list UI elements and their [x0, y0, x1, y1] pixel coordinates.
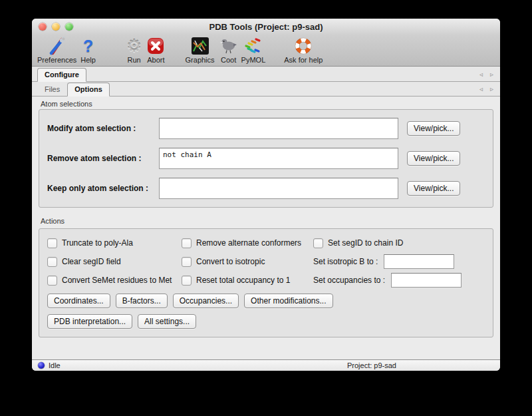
tab-configure[interactable]: Configure — [37, 68, 86, 82]
pymol-label: PyMOL — [241, 56, 266, 64]
modify-selection-row: Modify atom selection : View/pick... — [47, 118, 485, 139]
abort-button[interactable]: Abort — [147, 37, 164, 64]
tab-files[interactable]: Files — [37, 83, 67, 97]
modify-viewpick-button[interactable]: View/pick... — [407, 121, 460, 136]
minimize-button[interactable] — [52, 23, 60, 31]
coot-bird-icon — [219, 37, 239, 55]
keep-selection-label: Keep only atom selection : — [47, 184, 159, 193]
inner-tab-bar: Files Options ◃ ▹ — [32, 82, 500, 97]
tab-scroll-right-icon[interactable]: ▹ — [490, 85, 493, 93]
occupancies-button[interactable]: Occupancies... — [173, 294, 239, 308]
ask-for-help-label: Ask for help — [284, 56, 323, 64]
abort-label: Abort — [147, 56, 164, 64]
status-bar: Idle Project: p9-sad — [32, 359, 500, 371]
coordinates-button[interactable]: Coordinates... — [47, 294, 110, 308]
convert-semet-label: Convert SeMet residues to Met — [62, 276, 172, 285]
run-button[interactable]: ⚙ Run — [126, 37, 142, 64]
atom-selections-group-label: Atom selections — [41, 100, 493, 108]
clear-segid-label: Clear segID field — [62, 257, 121, 266]
tab-options[interactable]: Options — [67, 83, 110, 97]
coot-button[interactable]: Coot — [219, 37, 239, 64]
gear-icon: ⚙ — [126, 37, 142, 55]
remove-alt-conformers-checkbox[interactable] — [182, 238, 192, 248]
coot-label: Coot — [221, 56, 236, 64]
actions-row-1: Truncate to poly-Ala Remove alternate co… — [47, 236, 485, 250]
preferences-label: Preferences — [37, 56, 76, 64]
actions-row-3: Convert SeMet residues to Met Reset tota… — [47, 273, 485, 288]
remove-viewpick-button[interactable]: View/pick... — [407, 151, 460, 166]
window-title: PDB Tools (Project: p9-sad) — [209, 22, 323, 32]
tab-scroll-left-icon[interactable]: ◃ — [479, 71, 483, 78]
actions-row-2: Clear segID field Convert to isotropic S… — [47, 254, 485, 269]
project-text: Project: p9-sad — [347, 361, 396, 369]
other-modifications-button[interactable]: Other modifications... — [244, 294, 332, 308]
pymol-ribbon-icon — [243, 37, 264, 55]
graphics-label: Graphics — [186, 56, 215, 64]
abort-x-icon — [147, 37, 164, 55]
pdb-interpretation-button[interactable]: PDB interpretation... — [47, 314, 132, 329]
outer-tab-bar: Configure ◃ ▹ — [32, 67, 500, 82]
set-occupancies-label: Set occupancies to : — [313, 276, 385, 285]
bfactors-button[interactable]: B-factors... — [116, 294, 168, 308]
inner-tab-scroll: ◃ ▹ — [479, 82, 493, 96]
title-bar: PDB Tools (Project: p9-sad) — [32, 19, 500, 35]
truncate-polyala-checkbox[interactable] — [47, 238, 57, 248]
clear-segid-checkbox[interactable] — [47, 257, 57, 267]
reset-occupancy-checkbox[interactable] — [182, 276, 192, 286]
run-label: Run — [128, 56, 141, 64]
tab-scroll-right-icon[interactable]: ▹ — [490, 71, 493, 78]
toolbar: Preferences ? Help ⚙ Run Abort — [32, 35, 500, 67]
tab-scroll-left-icon[interactable]: ◃ — [479, 85, 483, 93]
actions-buttons-row-1: Coordinates... B-factors... Occupancies.… — [47, 294, 485, 308]
ask-for-help-button[interactable]: Ask for help — [284, 37, 323, 64]
actions-group-label: Actions — [41, 217, 493, 225]
convert-semet-checkbox[interactable] — [47, 276, 57, 286]
lifebuoy-icon — [294, 37, 313, 55]
segid-to-chainid-label: Set segID to chain ID — [328, 238, 403, 248]
molecule-graphics-icon — [192, 37, 209, 55]
set-occupancies-input[interactable] — [391, 273, 462, 288]
segid-to-chainid-checkbox[interactable] — [313, 238, 323, 248]
status-text: Idle — [49, 361, 61, 369]
modify-selection-label: Modify atom selection : — [47, 124, 159, 133]
actions-group: Truncate to poly-Ala Remove alternate co… — [39, 228, 493, 337]
preferences-button[interactable]: Preferences — [37, 37, 76, 64]
traffic-lights — [39, 23, 73, 31]
convert-isotropic-label: Convert to isotropic — [196, 257, 265, 266]
set-isotropic-b-label: Set isotropic B to : — [313, 257, 378, 266]
remove-selection-row: Remove atom selection : not chain A View… — [47, 148, 485, 169]
graphics-button[interactable]: Graphics — [186, 37, 215, 64]
reset-occupancy-label: Reset total occupancy to 1 — [196, 276, 290, 285]
pymol-button[interactable]: PyMOL — [241, 37, 266, 64]
keep-selection-row: Keep only atom selection : View/pick... — [47, 178, 485, 199]
status-indicator-icon — [38, 362, 45, 369]
atom-selections-group: Modify atom selection : View/pick... Rem… — [39, 109, 493, 208]
all-settings-button[interactable]: All settings... — [138, 314, 196, 329]
tools-icon — [48, 37, 66, 55]
remove-selection-input[interactable]: not chain A — [159, 148, 398, 169]
options-tab-content: Atom selections Modify atom selection : … — [32, 97, 500, 359]
keep-selection-input[interactable] — [159, 178, 398, 199]
actions-buttons-row-2: PDB interpretation... All settings... — [47, 314, 485, 329]
set-isotropic-b-input[interactable] — [384, 254, 454, 269]
close-button[interactable] — [39, 23, 47, 31]
pdb-tools-window: PDB Tools (Project: p9-sad) Preferences … — [32, 19, 500, 371]
truncate-polyala-label: Truncate to poly-Ala — [62, 238, 133, 248]
zoom-button[interactable] — [65, 23, 73, 31]
help-button[interactable]: ? Help — [80, 37, 96, 64]
remove-selection-label: Remove atom selection : — [47, 154, 159, 163]
question-mark-icon: ? — [83, 37, 93, 55]
help-label: Help — [80, 56, 96, 64]
remove-alt-conformers-label: Remove alternate conformers — [196, 238, 301, 248]
outer-tab-scroll: ◃ ▹ — [479, 67, 493, 81]
convert-isotropic-checkbox[interactable] — [182, 257, 192, 267]
modify-selection-input[interactable] — [159, 118, 398, 139]
keep-viewpick-button[interactable]: View/pick... — [407, 181, 460, 196]
